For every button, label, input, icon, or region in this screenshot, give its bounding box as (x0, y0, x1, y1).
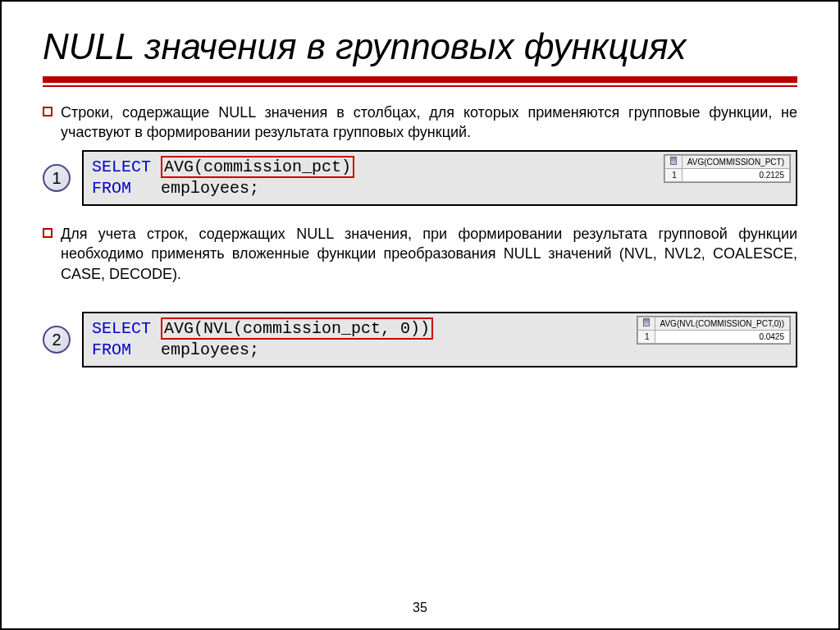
highlight-avg-nvl: AVG(NVL(commission_pct, 0)) (161, 317, 433, 340)
bullet-icon (43, 107, 52, 116)
keyword-select: SELECT (92, 158, 151, 176)
column-icon (670, 157, 677, 165)
example-2: 2 SELECT AVG(NVL(commission_pct, 0)) FRO… (43, 312, 797, 368)
example-1-result: AVG(COMMISSION_PCT) 1 0.2125 (664, 154, 791, 183)
bullet-2: Для учета строк, содержащих NULL значени… (43, 224, 797, 284)
keyword-from: FROM (92, 340, 131, 359)
page-number: 35 (2, 600, 838, 615)
result-value: 0.2125 (682, 169, 789, 182)
example-2-code: SELECT AVG(NVL(commission_pct, 0)) FROM … (82, 312, 797, 368)
result-value: 0.0425 (655, 331, 790, 344)
column-icon (643, 318, 650, 326)
result-header: AVG(NVL(COMMISSION_PCT,0)) (655, 317, 790, 331)
result-header: AVG(COMMISSION_PCT) (682, 156, 789, 169)
bullet-2-text: Для учета строк, содержащих NULL значени… (61, 224, 797, 284)
example-1-code: SELECT AVG(commission_pct) FROM employee… (82, 150, 797, 206)
slide: NULL значения в групповых функциях Строк… (0, 0, 840, 630)
table-name: employees; (161, 179, 259, 198)
example-1: 1 SELECT AVG(commission_pct) FROM employ… (43, 150, 797, 206)
highlight-avg: AVG(commission_pct) (161, 156, 354, 178)
bullet-1-text: Строки, содержащие NULL значения в столб… (61, 103, 797, 143)
bullet-icon (43, 228, 52, 238)
table-name: employees; (161, 340, 259, 359)
result-row-index: 1 (664, 169, 682, 182)
slide-title: NULL значения в групповых функциях (43, 26, 797, 68)
example-2-number: 2 (43, 326, 71, 354)
keyword-from: FROM (92, 179, 131, 198)
example-1-number: 1 (43, 164, 71, 192)
title-underline (43, 76, 797, 88)
example-2-result: AVG(NVL(COMMISSION_PCT,0)) 1 0.0425 (637, 316, 792, 345)
keyword-select: SELECT (92, 319, 151, 338)
bullet-1: Строки, содержащие NULL значения в столб… (43, 103, 797, 143)
result-row-index: 1 (637, 331, 655, 344)
